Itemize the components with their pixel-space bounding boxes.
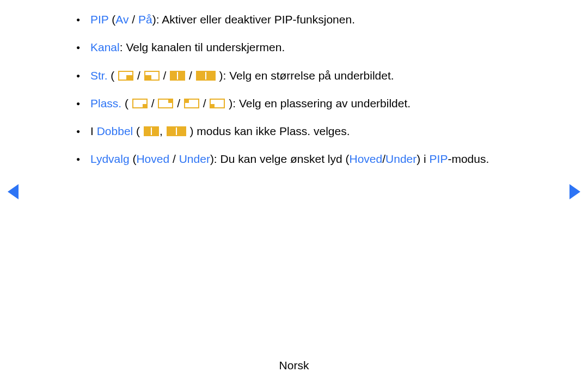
paren-open: ( [111,69,114,82]
tail-lydvalg: -modus. [448,153,489,165]
size-icon-wide [196,71,216,81]
opt-pa: På [138,13,152,26]
pre-dobbel: I [90,125,97,137]
paren-open: ( [136,125,140,137]
opt-hoved2: Hoved [349,153,382,165]
opt-av: Av [115,13,128,26]
sep: / [189,69,195,82]
desc-plass: ): Velg en plassering av underbildet. [229,97,411,109]
label-dobbel: Dobbel [97,125,133,137]
opt-hoved: Hoved [136,153,169,165]
language-footer: Norsk [0,359,588,372]
pos-icon-bottom-right [132,99,148,108]
size-icon-small-right [118,71,133,81]
sep: / [163,69,170,82]
sep: / [203,97,210,109]
size-icon-small-left [144,71,160,81]
label-pip: PIP [90,13,108,26]
sep: / [151,97,158,109]
opt-under2: Under [385,153,416,165]
sep: / [137,69,144,82]
pip-ref: PIP [430,153,448,165]
nav-next-icon[interactable] [569,184,580,199]
desc-pip: : Aktiver eller deaktiver PIP-funksjonen… [156,13,355,26]
sep: / [177,97,183,109]
pos-icon-top-right [158,99,173,108]
desc-kanal: : Velg kanalen til underskjermen. [120,41,285,53]
desc-dobbel: ) modus kan ikke Plass. velges. [189,125,350,137]
pos-icon-top-left [184,99,199,108]
comma: , [160,125,166,137]
label-lydvalg: Lydvalg [90,153,130,165]
feature-list: PIP (Av / På): Aktiver eller deaktiver P… [76,12,550,167]
label-kanal: Kanal [90,41,120,53]
list-item-dobbel: I Dobbel ( , ) modus kan ikke Plass. vel… [76,124,550,138]
paren-open: ( [125,97,128,109]
double-icon-wide [167,126,186,136]
sep: / [128,13,138,26]
double-icon-narrow [144,126,159,136]
size-icon-half [170,71,185,81]
nav-prev-icon[interactable] [8,184,19,199]
list-item-kanal: Kanal: Velg kanalen til underskjermen. [76,40,550,54]
label-plass: Plass. [90,97,121,109]
mid-lydvalg: ): Du kan velge ønsket lyd ( [210,153,350,165]
pos-icon-bottom-left [210,99,225,108]
label-str: Str. [90,69,108,82]
opt-under: Under [179,153,210,165]
mid2-lydvalg: ) i [416,153,429,165]
list-item-pip: PIP (Av / På): Aktiver eller deaktiver P… [76,12,550,27]
list-item-str: Str. ( / / / ): Velg en størrelse på und… [76,68,550,83]
list-item-plass: Plass. ( / / / ): Velg en plassering av … [76,96,550,111]
desc-str: ): Velg en størrelse på underbildet. [219,69,394,82]
sep: / [169,153,179,165]
content-area: PIP (Av / På): Aktiver eller deaktiver P… [76,12,550,180]
paren-close: ) [152,13,156,26]
list-item-lydvalg: Lydvalg (Hoved / Under): Du kan velge øn… [76,151,550,166]
